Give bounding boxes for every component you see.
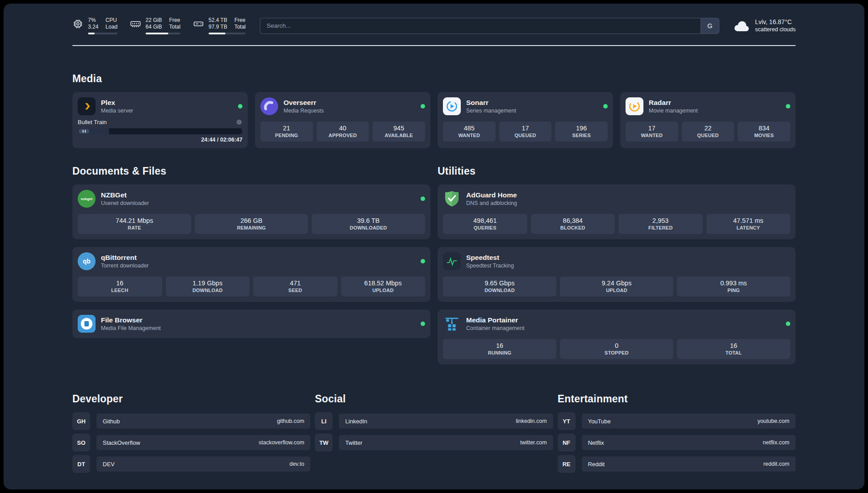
cpu-load-value: 3.24: [88, 24, 98, 30]
bookmark-link[interactable]: Reddit reddit.com: [582, 456, 796, 472]
cpu-monitor: 7% 3.24 CPU Load: [72, 17, 117, 34]
qbittorrent-card[interactable]: qb qBittorrent Torrent downloader 16 LEE…: [72, 247, 430, 302]
app-name: Media Portainer: [466, 316, 525, 325]
stat-value: 1.19 Gbps: [167, 280, 248, 287]
stat-tile: 39.6 TB DOWNLOADED: [312, 214, 425, 234]
stat-tile: 945 AVAILABLE: [372, 121, 425, 142]
cpu-progress-bar: [88, 33, 117, 34]
bookmark-link[interactable]: StackOverflow stackoverflow.com: [96, 435, 310, 450]
topbar-divider: [72, 45, 796, 46]
media-grid: Plex Media server Bullet Train 24:44 /: [72, 92, 796, 148]
stat-tile: 9.65 Gbps DOWNLOAD: [443, 276, 556, 297]
bookmark-link[interactable]: Twitter twitter.com: [339, 435, 553, 450]
stat-label: FILTERED: [620, 225, 701, 230]
stat-tile: 47.571 ms LATENCY: [706, 214, 791, 234]
section-title-developer: Developer: [72, 393, 310, 405]
app-subtitle: Media Requests: [284, 107, 324, 114]
nzbget-card[interactable]: nzbget NZBGet Usenet downloader 744.21 M…: [72, 184, 430, 239]
cpu-icon: [72, 18, 83, 29]
disk-total-value: 97.9 TB: [209, 24, 227, 30]
stat-label: AVAILABLE: [374, 133, 423, 138]
ram-total-value: 64 GiB: [146, 24, 162, 30]
app-subtitle: Media File Management: [101, 325, 161, 332]
stat-tile: 196 SERIES: [555, 121, 608, 142]
portainer-icon: [443, 315, 461, 333]
status-dot: [786, 104, 790, 109]
bookmark-abbr[interactable]: NF: [558, 434, 576, 451]
filebrowser-icon: [78, 315, 96, 333]
bookmark-row: LI LinkedIn linkedin.com: [315, 412, 553, 430]
app-name: Plex: [101, 98, 133, 107]
app-subtitle: Usenet downloader: [101, 200, 149, 207]
bookmark-abbr[interactable]: TW: [315, 434, 333, 451]
bookmark-link[interactable]: YouTube youtube.com: [582, 414, 796, 429]
bookmark-row: RE Reddit reddit.com: [558, 455, 796, 473]
stat-label: PING: [679, 288, 789, 293]
pause-button[interactable]: [79, 129, 89, 134]
bookmark-abbr[interactable]: RE: [558, 455, 576, 473]
plex-card[interactable]: Plex Media server Bullet Train 24:44 /: [72, 92, 248, 148]
app-name: File Browser: [101, 316, 161, 325]
cloud-icon: [732, 19, 751, 33]
bookmark-abbr[interactable]: LI: [315, 412, 333, 430]
portainer-card[interactable]: Media Portainer Container management 16 …: [438, 309, 796, 364]
stat-tile: 86,384 BLOCKED: [531, 214, 615, 234]
playback-time: 24:44 / 02:06:47: [78, 137, 242, 143]
app-subtitle: Speedtest Tracking: [466, 262, 514, 269]
status-dot: [421, 259, 425, 263]
stat-label: DOWNLOADED: [313, 225, 423, 230]
bookmark-link[interactable]: Netflix netflix.com: [582, 435, 796, 450]
bookmark-row: YT YouTube youtube.com: [558, 412, 796, 430]
filebrowser-card[interactable]: File Browser Media File Management: [72, 309, 430, 338]
overseerr-card[interactable]: Overseerr Media Requests 21 PENDING 40 A…: [255, 92, 430, 148]
stat-label: UPLOAD: [562, 288, 672, 293]
settings-gear-icon[interactable]: [236, 119, 242, 125]
stat-tile: 2,953 FILTERED: [618, 214, 703, 234]
search-input[interactable]: [260, 18, 701, 34]
bookmark-url: netflix.com: [763, 439, 789, 446]
app-name: Speedtest: [466, 253, 514, 262]
stat-tile: 266 GB REMAINING: [195, 214, 308, 234]
bookmark-name: Netflix: [588, 439, 604, 446]
documents-column: Documents & Files nzbget NZBGet Usenet d…: [72, 165, 430, 364]
adguard-card[interactable]: AdGuard Home DNS and adblocking 498,461 …: [438, 184, 796, 239]
cpu-load-label: Load: [105, 24, 117, 30]
cpu-usage-value: 7%: [88, 17, 98, 24]
stat-value: 22: [684, 125, 733, 132]
sonarr-card[interactable]: Sonarr Series management 485 WANTED 17 Q…: [438, 92, 613, 148]
nzbget-icon: nzbget: [78, 190, 96, 208]
bookmark-abbr[interactable]: GH: [72, 412, 90, 430]
stat-label: RATE: [79, 225, 189, 230]
speedtest-card[interactable]: Speedtest Speedtest Tracking 9.65 Gbps D…: [438, 247, 796, 302]
status-dot: [421, 322, 425, 326]
disk-icon: [193, 18, 204, 29]
stat-label: SEED: [255, 288, 336, 293]
weather-condition: scattered clouds: [755, 26, 796, 33]
stat-tile: 834 MOVIES: [738, 121, 790, 142]
stat-value: 945: [374, 125, 423, 132]
weather-widget: Lviv, 16.87°C scattered clouds: [732, 18, 796, 33]
bookmark-link[interactable]: Github github.com: [96, 414, 310, 429]
stat-label: UPLOAD: [343, 288, 424, 293]
stat-value: 17: [627, 125, 676, 132]
bookmark-link[interactable]: LinkedIn linkedin.com: [339, 414, 553, 429]
radarr-card[interactable]: Radarr Movie management 17 WANTED 22 QUE…: [620, 92, 796, 148]
stat-label: QUERIES: [445, 225, 526, 230]
bookmark-abbr[interactable]: DT: [72, 455, 90, 473]
section-title-utilities: Utilities: [438, 165, 796, 177]
search-engine-button[interactable]: G: [701, 18, 719, 34]
cpu-label: CPU: [105, 17, 117, 24]
bookmark-abbr[interactable]: SO: [72, 434, 90, 451]
bookmark-abbr[interactable]: YT: [558, 412, 576, 430]
disk-monitor: 52.4 TB 97.9 TB Free Total: [193, 17, 246, 34]
playback-progress-bar[interactable]: [78, 128, 242, 134]
entertainment-column: Entertainment YT YouTube youtube.com NF …: [558, 393, 796, 473]
radarr-icon: [626, 97, 643, 115]
stat-tile: 9.24 Gbps UPLOAD: [560, 276, 673, 297]
top-bar: 7% 3.24 CPU Load: [72, 4, 796, 34]
disk-progress-bar: [209, 33, 246, 34]
stat-value: 471: [255, 280, 336, 287]
nzbget-icon-text: nzbget: [81, 197, 92, 201]
bookmark-link[interactable]: DEV dev.to: [96, 456, 310, 472]
stat-label: DOWNLOAD: [167, 288, 248, 293]
